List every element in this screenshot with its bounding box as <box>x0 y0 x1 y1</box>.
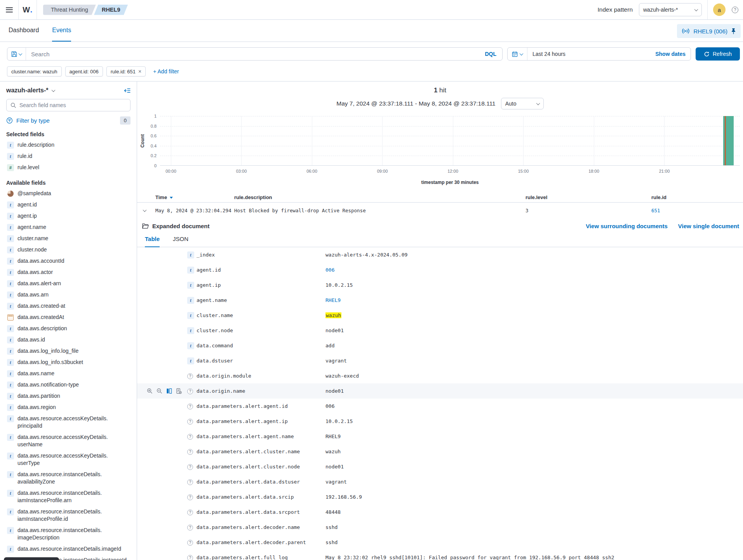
tab-dashboard[interactable]: Dashboard <box>9 20 39 42</box>
show-dates-button[interactable]: Show dates <box>655 51 691 57</box>
field-list-item[interactable]: tdata.​aws.​log_info.​log_file <box>6 345 131 357</box>
field-search-input[interactable] <box>19 102 126 108</box>
expand-row-button[interactable] <box>137 208 155 213</box>
document-field-row[interactable]: t_indexwazuh-alerts-4.x-2024.05.09 <box>137 247 743 262</box>
interval-select[interactable]: Auto <box>501 98 544 109</box>
document-field-row[interactable]: tagent.nameRHEL9 <box>137 293 743 308</box>
document-field-row[interactable]: tdata.commandadd <box>137 338 743 353</box>
document-field-row[interactable]: tcluster.namewazuh <box>137 308 743 323</box>
filter-by-type-button[interactable]: Filter by type <box>16 117 50 124</box>
search-input[interactable] <box>26 51 479 57</box>
field-list-item[interactable]: tdata.​aws.​partition <box>6 390 131 402</box>
field-list-item[interactable]: tdata.​aws.​alert-arn <box>6 278 131 289</box>
document-field-row[interactable]: tagent.ip10.0.2.15 <box>137 277 743 293</box>
document-field-row[interactable]: ?data.parameters.alert.data.dstuservagra… <box>137 474 743 489</box>
help-icon[interactable]: ? <box>732 7 738 13</box>
field-list-item[interactable]: tagent.​id <box>6 199 131 210</box>
field-list-item[interactable]: tdata.​aws.​id <box>6 334 131 345</box>
chevron-down-icon <box>520 52 524 55</box>
document-field-row[interactable]: ?data.parameters.alert.decoder.parentssh… <box>137 535 743 550</box>
field-list-item[interactable]: tagent.​name <box>6 222 131 233</box>
field-value[interactable]: 006 <box>325 267 735 273</box>
filter-pill[interactable]: cluster.name: wazuh <box>7 66 62 76</box>
avatar[interactable]: a <box>713 3 726 16</box>
toggle-column-icon[interactable] <box>166 388 172 394</box>
table-row[interactable]: May 8, 2024 @ 23:32:04.294Host Blocked b… <box>137 203 743 218</box>
field-list-item[interactable]: tdata.​aws.​actor <box>6 267 131 278</box>
column-header-rule-level[interactable]: rule.level <box>525 194 651 200</box>
time-range-value[interactable]: Last 24 hours <box>527 51 566 57</box>
breadcrumb-rhel9[interactable]: RHEL9 <box>94 5 128 15</box>
field-list-item[interactable]: tdata.​aws.​resource.​accessKeyDetails.​… <box>6 450 131 469</box>
breadcrumb-threat-hunting[interactable]: Threat Hunting <box>43 5 96 15</box>
view-surrounding-documents-link[interactable]: View surrounding documents <box>586 223 668 229</box>
field-list-item[interactable]: tdata.​aws.​arn <box>6 289 131 300</box>
saved-queries-button[interactable] <box>7 48 26 60</box>
close-icon[interactable]: × <box>138 69 141 74</box>
field-list-item[interactable]: tdata.​aws.​region <box>6 402 131 413</box>
document-field-row[interactable]: ?data.parameters.alert.agent.id006 <box>137 399 743 414</box>
field-list-item[interactable]: tdata.​aws.​resource.​accessKeyDetails.​… <box>6 432 131 450</box>
tab-events[interactable]: Events <box>52 20 71 42</box>
query-language-button[interactable]: DQL <box>479 51 502 57</box>
field-list-item[interactable]: trule.​id <box>6 151 131 162</box>
field-list-item[interactable]: tdata.​aws.​resource.​instanceDetails.​i… <box>6 525 131 543</box>
document-field-row[interactable]: ?data.parameters.alert.agent.nameRHEL9 <box>137 429 743 444</box>
field-list-item[interactable]: tdata.​aws.​resource.​instanceDetails.​i… <box>6 487 131 506</box>
field-list-item[interactable]: tdata.​aws.​resource.​instanceDetails.​i… <box>6 506 131 525</box>
document-field-row[interactable]: tagent.id006 <box>137 262 743 277</box>
doc-tab-table[interactable]: Table <box>145 236 160 247</box>
field-list-item[interactable]: tdata.​aws.​accountId <box>6 255 131 267</box>
document-field-row[interactable]: ?data.parameters.alert.agent.ip10.0.2.15 <box>137 414 743 429</box>
document-field-row[interactable]: ?data.origin.namenode01 <box>137 383 743 399</box>
index-pattern-title[interactable]: wazuh-alerts-* <box>6 87 48 94</box>
column-header-rule-id[interactable]: rule.id <box>651 194 743 200</box>
document-field-row[interactable]: ?data.parameters.alert.data.srcip192.168… <box>137 489 743 505</box>
field-list-item[interactable]: trule.​description <box>6 139 131 151</box>
field-list-item[interactable]: #rule.​level <box>6 162 131 173</box>
field-list-item[interactable]: data.​aws.​createdAt <box>6 312 131 323</box>
doc-tab-json[interactable]: JSON <box>173 236 188 247</box>
sort-desc-icon[interactable] <box>170 197 173 199</box>
document-field-row[interactable]: tcluster.nodenode01 <box>137 323 743 338</box>
wazuh-logo[interactable]: W. <box>19 0 37 19</box>
field-list-item[interactable]: tcluster.​name <box>6 233 131 244</box>
field-list-item[interactable]: tcluster.​node <box>6 244 131 255</box>
field-list-item[interactable]: tdata.​aws.​resource.​accessKeyDetails.​… <box>6 413 131 432</box>
document-field-row[interactable]: ?data.parameters.alert.full_logMay 8 23:… <box>137 550 743 560</box>
index-pattern-select[interactable]: wazuh-alerts-* <box>639 3 702 16</box>
menu-button[interactable] <box>0 0 19 19</box>
field-list-item[interactable]: tdata.​aws.​notification-type <box>6 379 131 390</box>
histogram-chart[interactable]: Count timestamp per 30 minutes 00.20.40.… <box>137 110 743 187</box>
column-header-rule-description[interactable]: rule.description <box>234 194 525 200</box>
filter-pill[interactable]: agent.id: 006 <box>65 66 103 76</box>
collapse-sidebar-icon[interactable] <box>124 87 131 94</box>
document-field-row[interactable]: ?data.parameters.alert.cluster.nodenode0… <box>137 459 743 474</box>
filter-for-value-icon[interactable] <box>147 388 153 394</box>
quick-select-button[interactable] <box>508 48 527 60</box>
document-field-row[interactable]: ?data.parameters.alert.cluster.namewazuh <box>137 444 743 459</box>
filter-for-field-present-icon[interactable] <box>176 388 182 394</box>
field-list-item[interactable]: tdata.​aws.​resource.​instanceDetails.​i… <box>6 543 131 555</box>
field-list-item[interactable]: tdata.​aws.​created-at <box>6 300 131 312</box>
pinned-agent-chip[interactable]: RHEL9 (006) <box>677 24 741 38</box>
filter-pill[interactable]: rule.id: 651× <box>106 66 146 76</box>
row-rule-id-link[interactable]: 651 <box>651 208 743 213</box>
pin-icon[interactable] <box>731 28 736 34</box>
column-header-time[interactable]: Time <box>155 194 234 200</box>
view-single-document-link[interactable]: View single document <box>678 223 739 229</box>
field-list-item[interactable]: tagent.​ip <box>6 210 131 222</box>
document-field-row[interactable]: tdata.dstuservagrant <box>137 353 743 368</box>
filter-out-value-icon[interactable] <box>157 388 162 394</box>
document-field-row[interactable]: ?data.parameters.alert.decoder.namesshd <box>137 520 743 535</box>
field-list-item[interactable]: @sampledata <box>6 188 131 199</box>
field-value[interactable]: RHEL9 <box>325 297 735 303</box>
refresh-button[interactable]: Refresh <box>696 47 740 61</box>
document-field-row[interactable]: ?data.parameters.alert.data.srcport48448 <box>137 505 743 520</box>
field-list-item[interactable]: tdata.​aws.​log_info.​s3bucket <box>6 357 131 368</box>
field-list-item[interactable]: tdata.​aws.​resource.​instanceDetails.​a… <box>6 469 131 487</box>
add-filter-button[interactable]: + Add filter <box>153 68 179 75</box>
field-list-item[interactable]: tdata.​aws.​name <box>6 368 131 379</box>
document-field-row[interactable]: ?data.origin.modulewazuh-execd <box>137 368 743 383</box>
field-list-item[interactable]: tdata.​aws.​description <box>6 323 131 334</box>
